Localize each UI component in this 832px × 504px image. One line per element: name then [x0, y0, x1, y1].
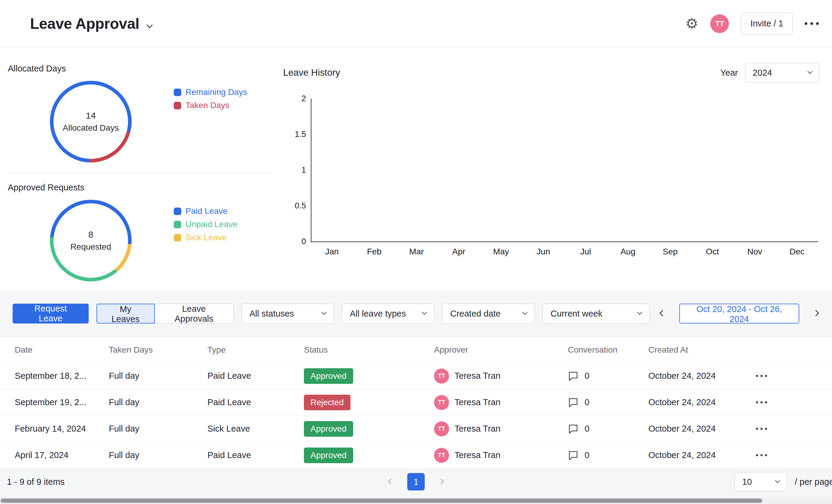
- column-header-created-at[interactable]: Created At: [648, 345, 756, 355]
- table-row[interactable]: February 14, 2024Full daySick LeaveAppro…: [0, 416, 832, 442]
- previous-week-button[interactable]: [657, 308, 668, 319]
- leave-approval-app: Leave Approval ⚙ TT Invite / 1 Allocated…: [0, 0, 832, 504]
- x-axis-tick-label: Nov: [734, 247, 776, 256]
- table-row[interactable]: September 19, 2...Full dayPaid LeaveReje…: [0, 389, 832, 416]
- approved-requests-block: Approved Requests 8 Requested Paid Leave…: [8, 183, 272, 281]
- date-range-button[interactable]: Oct 20, 2024 - Oct 26, 2024: [679, 304, 799, 324]
- status-badge: Approved: [304, 421, 353, 437]
- filter-dropdown-created-date[interactable]: Created date: [442, 304, 535, 324]
- current-page-button[interactable]: 1: [407, 473, 425, 491]
- donut-center-value: 14: [86, 111, 96, 121]
- conversation-cell[interactable]: 0: [568, 450, 648, 461]
- next-week-button[interactable]: [811, 308, 821, 319]
- cell-taken-days: Full day: [109, 371, 207, 381]
- chevron-right-icon: [438, 478, 444, 484]
- header-menu-button[interactable]: [805, 22, 819, 25]
- next-page-button[interactable]: [436, 476, 446, 487]
- charts-section: Allocated Days 14 Allocated Days Remaini…: [0, 48, 832, 289]
- avatar: TT: [434, 395, 449, 410]
- filter-dropdown-all-statuses[interactable]: All statuses: [241, 304, 334, 324]
- gear-icon[interactable]: ⚙: [685, 17, 698, 31]
- x-axis-tick-label: Dec: [776, 247, 818, 256]
- horizontal-scrollbar-track[interactable]: [0, 497, 832, 504]
- view-tabs: My LeavesLeave Approvals: [97, 304, 234, 324]
- table-footer: 1 - 9 of 9 items 1 10 / per page: [0, 469, 832, 495]
- column-header-conversation[interactable]: Conversation: [568, 345, 648, 355]
- y-axis-tick-label: 1.5: [294, 130, 306, 139]
- table-row[interactable]: April 17, 2024Full dayPaid LeaveApproved…: [0, 442, 832, 469]
- chevron-down-icon: [637, 310, 642, 315]
- conversation-cell[interactable]: 0: [568, 397, 648, 408]
- leave-history-panel: Leave History Year 2024 00.511.52 JanFeb…: [272, 48, 832, 289]
- dot-icon: [765, 375, 767, 377]
- cell-type: Paid Leave: [207, 371, 304, 381]
- conversation-cell[interactable]: 0: [568, 371, 648, 382]
- filter-dropdown-all-leave-types[interactable]: All leave types: [342, 304, 434, 324]
- cell-type: Paid Leave: [207, 397, 304, 407]
- cell-taken-days: Full day: [109, 397, 207, 407]
- dropdown-value: All statuses: [250, 309, 294, 319]
- date-range-nav: Oct 20, 2024 - Oct 26, 2024: [657, 304, 821, 324]
- x-axis-tick-label: Aug: [607, 247, 649, 256]
- leave-history-title: Leave History: [283, 67, 340, 78]
- year-label: Year: [720, 68, 738, 78]
- cell-type: Sick Leave: [207, 424, 304, 434]
- x-axis-tick-label: Jun: [522, 247, 565, 256]
- y-axis-tick-label: 0: [302, 237, 306, 246]
- status-badge: Approved: [304, 368, 353, 384]
- column-header-approver[interactable]: Approver: [434, 345, 568, 355]
- approved-requests-legend: Paid LeaveUnpaid LeaveSick Leave: [174, 206, 237, 281]
- dot-icon: [765, 454, 767, 456]
- x-axis-tick-label: Oct: [691, 247, 734, 256]
- page-size-select[interactable]: 10: [735, 472, 787, 492]
- legend-swatch-icon: [174, 221, 181, 228]
- avatar[interactable]: TT: [710, 15, 729, 33]
- row-menu-button[interactable]: [756, 454, 832, 456]
- cell-taken-days: Full day: [109, 424, 207, 434]
- donut-center-label: Requested: [70, 242, 111, 252]
- page-size-value: 10: [742, 477, 752, 487]
- dot-icon: [756, 454, 758, 456]
- filter-dropdown-current-week[interactable]: Current week: [543, 304, 650, 324]
- conversation-count: 0: [584, 424, 590, 434]
- tab-my-leaves[interactable]: My Leaves: [97, 304, 155, 324]
- column-header-taken-days[interactable]: Taken Days: [109, 345, 207, 355]
- column-header-type[interactable]: Type: [207, 345, 304, 355]
- horizontal-scrollbar-thumb[interactable]: [1, 499, 762, 503]
- x-axis-tick-label: Apr: [438, 247, 480, 256]
- chevron-down-icon: [775, 478, 780, 483]
- legend-swatch-icon: [174, 234, 181, 242]
- x-axis-tick-label: Mar: [395, 247, 438, 256]
- dropdown-value: Current week: [551, 309, 602, 319]
- invite-button[interactable]: Invite / 1: [741, 12, 792, 35]
- chevron-down-icon[interactable]: [146, 22, 152, 28]
- previous-page-button[interactable]: [386, 476, 396, 487]
- year-select[interactable]: 2024: [745, 63, 820, 82]
- speech-bubble-icon: [568, 423, 579, 434]
- conversation-cell[interactable]: 0: [568, 423, 648, 434]
- column-header-status[interactable]: Status: [304, 345, 434, 355]
- bar-chart-plot-area: 00.511.52: [311, 99, 818, 242]
- dot-icon: [760, 401, 762, 403]
- column-header-date[interactable]: Date: [15, 345, 109, 355]
- app-header: Leave Approval ⚙ TT Invite / 1: [0, 0, 832, 48]
- approver-name: Teresa Tran: [454, 450, 500, 460]
- page-size-control: 10 / per page: [735, 472, 832, 492]
- tab-leave-approvals[interactable]: Leave Approvals: [155, 304, 234, 324]
- row-menu-button[interactable]: [756, 428, 832, 430]
- status-badge: Rejected: [304, 395, 350, 410]
- y-axis-tick-label: 0.5: [294, 201, 306, 211]
- dot-icon: [756, 375, 758, 377]
- chevron-down-icon: [321, 310, 327, 315]
- legend-item: Sick Leave: [174, 233, 237, 243]
- request-leave-button[interactable]: Request Leave: [12, 304, 89, 324]
- cell-approver: TTTeresa Tran: [434, 448, 568, 463]
- cell-type: Paid Leave: [207, 450, 304, 460]
- table-row[interactable]: September 18, 2...Full dayPaid LeaveAppr…: [0, 363, 832, 389]
- legend-label: Remaining Days: [185, 87, 247, 97]
- cell-status: Approved: [304, 448, 434, 463]
- chevron-left-icon: [659, 310, 666, 316]
- row-menu-button[interactable]: [756, 401, 832, 403]
- row-menu-button[interactable]: [756, 375, 832, 377]
- cell-created-at: October 24, 2024: [648, 450, 756, 460]
